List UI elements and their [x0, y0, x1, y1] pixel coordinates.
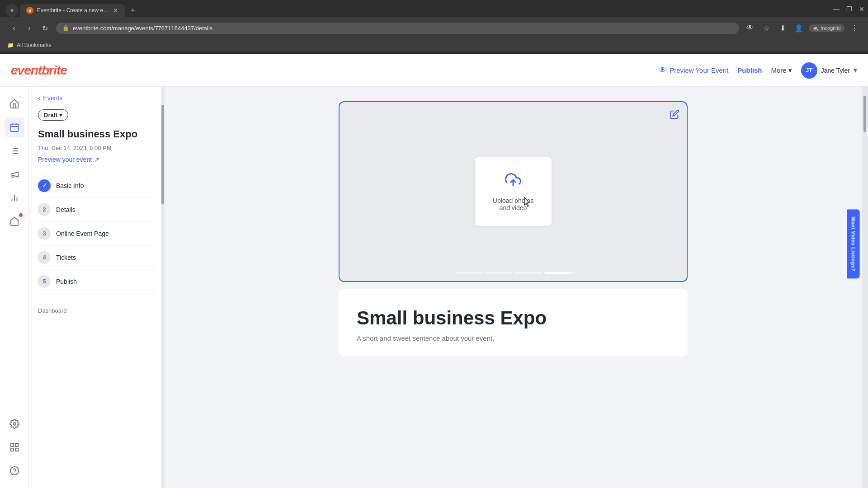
eye-icon: 👁	[744, 22, 756, 34]
preview-event-button[interactable]: 👁 Preview Your Event	[659, 66, 728, 75]
sidebar-event-title: Small business Expo	[38, 128, 155, 141]
menu-icon[interactable]: ⋮	[848, 22, 861, 34]
lock-icon: 🔒	[62, 25, 69, 31]
content-area[interactable]: Upload photos and video	[165, 87, 862, 488]
refresh-button[interactable]: ↻	[38, 21, 52, 35]
active-tab[interactable]: e Eventbrite - Create a new ever... ✕	[20, 4, 125, 17]
step-2-number: 2	[38, 203, 51, 216]
sidebar-event-date: Thu, Dec 14, 2023, 8:00 PM	[38, 145, 155, 151]
step-4-number: 4	[38, 251, 51, 264]
incognito-icon: 🕵	[812, 25, 819, 31]
step-5-number: 5	[38, 275, 51, 288]
image-upload-card[interactable]: Upload photos and video	[339, 101, 688, 282]
tab-title: Eventbrite - Create a new ever...	[37, 7, 109, 14]
user-menu[interactable]: JT Jane Tyler ▾	[801, 62, 857, 79]
event-details-card: Small business Expo A short and sweet se…	[339, 289, 688, 357]
sidebar-item-home[interactable]	[5, 94, 24, 114]
publish-button[interactable]: Publish	[737, 66, 762, 74]
tab-favicon: e	[26, 7, 33, 14]
step-3-number: 3	[38, 227, 51, 240]
chevron-down-icon: ▾	[788, 66, 792, 75]
profile-icon[interactable]: 👤	[793, 22, 805, 34]
step-5-label: Publish	[56, 278, 77, 285]
draft-badge[interactable]: Draft ▾	[38, 109, 68, 121]
event-card-title: Small business Expo	[357, 307, 670, 329]
incognito-badge: 🕵 Incognito	[809, 24, 844, 32]
preview-eye-icon: 👁	[659, 66, 667, 75]
sidebar-item-list[interactable]	[5, 141, 24, 161]
star-icon[interactable]: ☆	[760, 22, 773, 34]
svg-rect-16	[15, 448, 18, 451]
bookmarks-label[interactable]: All Bookmarks	[17, 42, 52, 48]
back-button[interactable]: ‹	[7, 21, 21, 35]
edit-image-button[interactable]	[670, 109, 679, 122]
event-card-description: A short and sweet sentence about your ev…	[357, 334, 670, 342]
icon-sidebar	[0, 87, 29, 488]
scrollbar-thumb[interactable]	[863, 96, 866, 132]
upload-text: Upload photos and video	[493, 197, 533, 211]
app-logo[interactable]: eventbrite	[11, 63, 67, 78]
sidebar-dashboard-link[interactable]: Dashboard	[38, 303, 155, 319]
browser-toolbar: ‹ › ↻ 🔒 eventbrite.com/manage/events/776…	[0, 17, 868, 39]
right-scrollbar[interactable]	[862, 87, 868, 488]
minimize-button[interactable]: —	[830, 3, 843, 15]
browser-chrome: — ❐ ✕ ▾ e Eventbrite - Create a new ever…	[0, 0, 868, 54]
step-details[interactable]: 2 Details	[38, 198, 155, 222]
close-button[interactable]: ✕	[855, 3, 868, 15]
top-nav: eventbrite 👁 Preview Your Event Publish …	[0, 54, 868, 87]
step-tickets[interactable]: 4 Tickets	[38, 246, 155, 270]
step-1-number: ✓	[38, 179, 51, 192]
svg-rect-14	[10, 444, 13, 446]
more-button[interactable]: More ▾	[771, 66, 792, 75]
sidebar-item-chart[interactable]	[5, 188, 24, 208]
step-2-label: Details	[56, 206, 75, 213]
app-container: eventbrite 👁 Preview Your Event Publish …	[0, 54, 868, 488]
step-4-label: Tickets	[56, 254, 76, 261]
user-name: Jane Tyler	[821, 67, 850, 74]
image-dots	[455, 272, 571, 274]
tab-close-icon[interactable]: ✕	[113, 7, 118, 14]
svg-rect-15	[15, 444, 18, 446]
nav-steps: ✓ Basic Info 2 Details 3 Online Event Pa…	[38, 174, 155, 294]
sidebar-item-gear[interactable]	[5, 414, 24, 434]
user-avatar: JT	[801, 62, 817, 79]
video-listings-tab[interactable]: Want Video Listings?	[847, 209, 859, 278]
tab-list-button[interactable]: ▾	[5, 4, 18, 17]
forward-button[interactable]: ›	[23, 21, 36, 35]
sidebar-item-building[interactable]	[5, 211, 24, 231]
step-publish[interactable]: 5 Publish	[38, 270, 155, 294]
step-3-label: Online Event Page	[56, 230, 109, 237]
panel-sidebar: ‹ Events Draft ▾ Small business Expo Thu…	[29, 87, 165, 488]
sidebar-preview-link[interactable]: Preview your event ↗	[38, 156, 155, 163]
back-to-events[interactable]: ‹ Events	[38, 94, 155, 102]
svg-rect-0	[10, 124, 18, 132]
back-chevron-icon: ‹	[38, 94, 40, 102]
sidebar-item-megaphone[interactable]	[5, 164, 24, 184]
draft-chevron-icon: ▾	[59, 112, 62, 118]
external-link-icon: ↗	[94, 156, 99, 163]
svg-point-13	[13, 422, 16, 425]
step-1-label: Basic Info	[56, 182, 84, 189]
upload-icon	[505, 172, 521, 192]
maximize-button[interactable]: ❐	[843, 3, 855, 15]
download-icon[interactable]: ⬇	[776, 22, 789, 34]
svg-rect-17	[10, 448, 13, 451]
user-chevron-icon: ▾	[854, 66, 857, 75]
address-bar[interactable]: 🔒 eventbrite.com/manage/events/776711644…	[56, 23, 739, 34]
bookmarks-bar: 📁 All Bookmarks	[0, 39, 868, 52]
address-text: eventbrite.com/manage/events/77671164443…	[73, 25, 212, 32]
bookmarks-icon: 📁	[7, 42, 14, 48]
upload-photos-button[interactable]: Upload photos and video	[475, 157, 552, 226]
step-basic-info[interactable]: ✓ Basic Info	[38, 174, 155, 198]
sidebar-item-help[interactable]	[5, 461, 24, 481]
sidebar-item-apps[interactable]	[5, 437, 24, 457]
new-tab-button[interactable]: +	[127, 4, 139, 17]
step-online-event-page[interactable]: 3 Online Event Page	[38, 222, 155, 246]
main-area: ‹ Events Draft ▾ Small business Expo Thu…	[0, 87, 868, 488]
sidebar-item-calendar[interactable]	[5, 117, 24, 137]
